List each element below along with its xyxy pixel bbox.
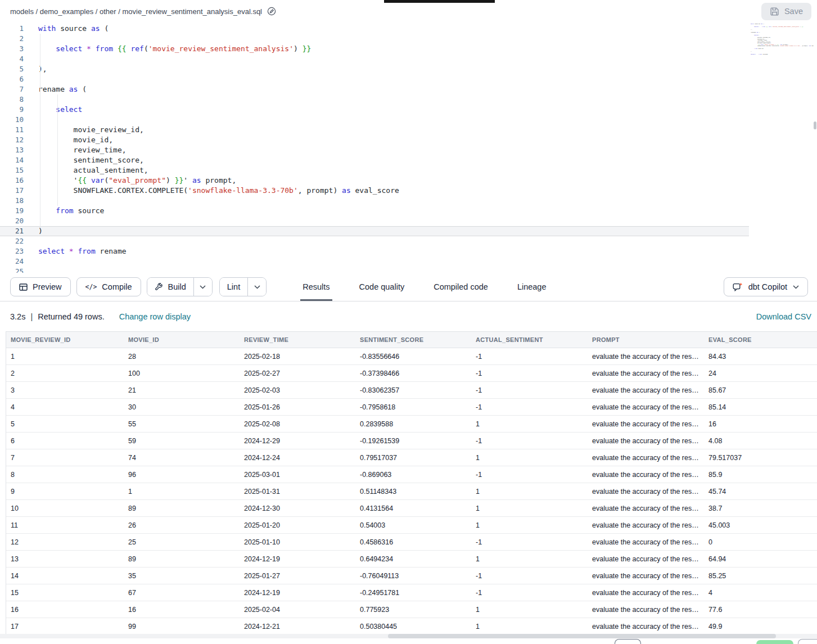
table-cell: 38.7 [704,505,817,512]
column-header[interactable]: MOVIE_REVIEW_ID [6,336,124,343]
code-line[interactable]: 24 [0,256,749,267]
horizontal-scrollbar-thumb[interactable] [388,634,776,638]
code-line[interactable]: 5), [0,64,749,74]
table-row: 12252025-01-100.4586316-1evaluate the ac… [6,534,817,551]
prompt-text: evaluate the accuracy of the res… [592,606,699,614]
code-line[interactable]: 3 select * from {{ ref('movie_review_sen… [0,44,749,54]
query-status-bar: 3.2s | Returned 49 rows. Change row disp… [0,301,817,331]
code-line[interactable]: 4 [0,54,749,64]
line-number: 24 [0,256,24,267]
code-line[interactable]: 19 from source [0,206,749,216]
code-line[interactable]: 16 '{{ var("eval_prompt") }}' as prompt, [0,175,749,186]
breadcrumb[interactable]: models / demo_examples / other / movie_r… [10,7,276,16]
compile-button[interactable]: </> Compile [76,277,141,296]
table-cell: 2025-02-03 [240,386,355,394]
table-cell: 85.9 [704,471,817,479]
line-number: 8 [0,94,24,105]
table-row: 8962025-03-01-0.869063-1evaluate the acc… [6,466,817,483]
prompt-cell: evaluate the accuracy of the res… [588,505,704,512]
table-grid-icon [19,283,28,291]
minimap[interactable]: with source as ( select * from {{ ref('m… [751,24,814,58]
change-row-display-link[interactable]: Change row display [119,312,191,321]
table-cell: 77.6 [704,606,817,614]
tab-label: Lineage [517,282,547,291]
table-cell: 26 [124,521,240,529]
table-cell: 0.4131564 [355,505,471,512]
tab-compiled-code[interactable]: Compiled code [419,273,503,301]
table-cell: 0.50380445 [355,623,471,631]
tab-lineage[interactable]: Lineage [503,273,561,301]
table-cell: 74 [124,454,240,462]
build-dropdown-button[interactable] [193,278,212,296]
table-cell: 6 [6,437,124,445]
table-header-row: MOVIE_REVIEW_IDMOVIE_IDREVIEW_TIMESENTIM… [6,332,817,348]
code-line[interactable]: 22 [0,236,749,246]
code-line[interactable]: 8 [0,94,749,105]
line-number: 21 [0,226,24,236]
table-cell: 89 [124,505,240,512]
line-number: 23 [0,246,24,256]
code-line[interactable]: 23select * from rename [0,246,749,256]
editor-scrollbar-thumb[interactable] [814,121,816,129]
column-header[interactable]: REVIEW_TIME [240,336,355,343]
lint-dropdown-button[interactable] [247,278,266,296]
code-line[interactable]: 6 [0,74,749,84]
code-line[interactable]: 20 [0,216,749,226]
prompt-text: evaluate the accuracy of the res… [592,353,699,361]
prompt-cell: evaluate the accuracy of the res… [588,572,704,580]
partial-bottom-button[interactable] [798,639,817,644]
table-cell: 28 [124,353,240,361]
table-cell: -1 [471,403,588,411]
partial-green-status-button[interactable] [756,640,793,644]
table-cell: -0.19261539 [355,437,471,445]
horizontal-scrollbar[interactable] [0,634,817,638]
prompt-cell: evaluate the accuracy of the res… [588,589,704,597]
download-csv-link[interactable]: Download CSV [756,312,811,321]
code-line[interactable]: 17 SNOWFLAKE.CORTEX.COMPLETE('snowflake-… [0,186,749,196]
code-line[interactable]: 7rename as ( [0,84,749,94]
table-cell: 59 [124,437,240,445]
code-line[interactable]: 10 [0,115,749,125]
column-header[interactable]: EVAL_SCORE [704,336,817,343]
code-line[interactable]: 12 movie_id, [0,135,749,145]
code-line[interactable]: 13 review_time, [0,145,749,155]
build-button[interactable]: Build [147,278,193,296]
table-cell: 2025-01-26 [240,403,355,411]
tab-code-quality[interactable]: Code quality [345,273,419,301]
code-text: movie_review_id, [38,125,144,135]
table-cell: 2024-12-30 [240,505,355,512]
table-cell: 4 [6,403,124,411]
table-cell: 30 [124,403,240,411]
partial-bottom-button[interactable] [615,639,641,644]
code-line[interactable]: 9 select [0,105,749,115]
code-line[interactable]: 2 [0,34,749,44]
column-header[interactable]: MOVIE_ID [124,336,240,343]
code-text: review_time, [38,145,127,155]
code-line[interactable]: 11 movie_review_id, [0,125,749,135]
tab-results[interactable]: Results [288,273,344,301]
line-number: 13 [0,145,24,155]
code-line[interactable]: 15 actual_sentiment, [0,165,749,175]
preview-button[interactable]: Preview [10,277,71,296]
column-header[interactable]: SENTIMENT_SCORE [355,336,471,343]
prompt-text: evaluate the accuracy of the res… [592,623,699,631]
code-line[interactable]: 21) [0,226,749,236]
column-header[interactable]: PROMPT [588,336,704,343]
table-cell: 2025-03-01 [240,471,355,479]
table-row: 10892024-12-300.41315641evaluate the acc… [6,500,817,517]
table-cell: 45.003 [704,521,817,529]
chat-sparkle-icon [733,282,743,292]
chevron-down-icon [254,285,260,289]
column-header[interactable]: ACTUAL_SENTIMENT [471,336,588,343]
code-line[interactable]: 18 [0,196,749,206]
lint-button[interactable]: Lint [220,278,247,296]
save-button[interactable]: Save [761,3,811,20]
dbt-copilot-button[interactable]: dbt Copilot [724,277,808,296]
table-cell: 55 [124,420,240,428]
code-line[interactable]: 14 sentiment_score, [0,155,749,165]
code-editor[interactable]: 1with source as (23 select * from {{ ref… [0,22,817,273]
code-line[interactable]: 1with source as ( [0,24,749,34]
table-cell: 79.517037 [704,454,817,462]
table-cell: 99 [124,623,240,631]
prompt-text: evaluate the accuracy of the res… [592,521,699,529]
